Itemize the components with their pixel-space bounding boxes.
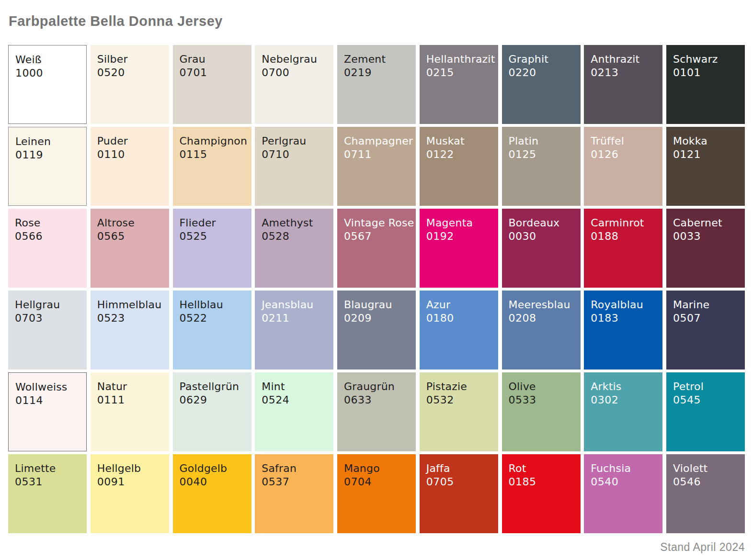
- swatch-name: Leinen: [15, 135, 82, 148]
- color-swatch-0040: Goldgelb0040: [173, 454, 251, 533]
- swatch-name: Hellanthrazit: [426, 53, 494, 66]
- swatch-code: 0704: [344, 475, 412, 489]
- swatch-name: Nebelgrau: [262, 53, 330, 66]
- color-swatch-0125: Platin0125: [502, 127, 581, 206]
- swatch-name: Graugrün: [344, 380, 412, 393]
- swatch-name: Champignon: [180, 134, 248, 148]
- swatch-code: 0522: [180, 312, 248, 325]
- swatch-code: 0629: [180, 393, 248, 407]
- swatch-name: Bordeaux: [509, 216, 577, 230]
- color-swatch-0211: Jeansblau0211: [255, 291, 333, 370]
- swatch-code: 0111: [97, 393, 165, 407]
- swatch-code: 0119: [15, 148, 82, 162]
- color-swatch-0545: Petrol0545: [666, 372, 745, 451]
- swatch-name: Arktis: [591, 380, 659, 393]
- color-swatch-0701: Grau0701: [173, 45, 251, 124]
- swatch-code: 0546: [673, 475, 741, 489]
- swatch-code: 0126: [591, 148, 659, 161]
- color-swatch-0183: Royalblau0183: [584, 291, 662, 370]
- swatch-name: Cabernet: [673, 216, 741, 230]
- color-swatch-0703: Hellgrau0703: [8, 291, 87, 370]
- swatch-name: Schwarz: [673, 53, 741, 66]
- color-swatch-0533: Olive0533: [502, 372, 581, 451]
- swatch-code: 0711: [344, 148, 412, 161]
- swatch-name: Rot: [509, 462, 577, 475]
- swatch-code: 0537: [262, 475, 330, 489]
- color-swatch-0507: Marine0507: [666, 291, 745, 370]
- swatch-code: 0101: [673, 66, 741, 79]
- swatch-code: 0033: [673, 230, 741, 243]
- color-swatch-0546: Violett0546: [666, 454, 745, 533]
- swatch-name: Zement: [344, 53, 412, 66]
- swatch-name: Altrose: [97, 216, 165, 230]
- swatch-code: 0115: [180, 148, 248, 161]
- swatch-name: Puder: [97, 134, 165, 148]
- color-swatch-0114: Wollweiss0114: [8, 372, 87, 451]
- swatch-code: 0302: [591, 393, 659, 407]
- swatch-code: 0110: [97, 148, 165, 161]
- swatch-code: 0533: [509, 393, 577, 407]
- swatch-name: Olive: [509, 380, 577, 393]
- swatch-name: Natur: [97, 380, 165, 393]
- color-swatch-0565: Altrose0565: [91, 209, 169, 288]
- swatch-code: 0528: [262, 230, 330, 243]
- swatch-name: Violett: [673, 462, 741, 475]
- swatch-code: 0520: [97, 66, 165, 79]
- color-swatch-0220: Graphit0220: [502, 45, 581, 124]
- color-swatch-0119: Leinen0119: [8, 127, 87, 206]
- swatch-code: 0125: [509, 148, 577, 161]
- swatch-name: Hellblau: [180, 298, 248, 312]
- color-swatch-0710: Perlgrau0710: [255, 127, 333, 206]
- color-swatch-1000: Weiß1000: [8, 45, 87, 124]
- swatch-name: Vintage Rose: [344, 216, 412, 230]
- color-swatch-0520: Silber0520: [91, 45, 169, 124]
- swatch-name: Royalblau: [591, 298, 659, 312]
- color-swatch-0110: Puder0110: [91, 127, 169, 206]
- color-swatch-0567: Vintage Rose0567: [337, 209, 416, 288]
- swatch-code: 0523: [97, 312, 165, 325]
- swatch-code: 0700: [262, 66, 330, 79]
- color-swatch-0126: Trüffel0126: [584, 127, 662, 206]
- color-swatch-0633: Graugrün0633: [337, 372, 416, 451]
- color-swatch-0532: Pistazie0532: [420, 372, 498, 451]
- color-swatch-0528: Amethyst0528: [255, 209, 333, 288]
- color-swatch-0091: Hellgelb0091: [91, 454, 169, 533]
- color-swatch-0180: Azur0180: [420, 291, 498, 370]
- swatch-code: 0030: [509, 230, 577, 243]
- palette-page: Farbpalette Bella Donna Jersey Weiß1000S…: [0, 0, 753, 560]
- swatch-name: Grau: [180, 53, 248, 66]
- color-swatch-0629: Pastellgrün0629: [173, 372, 251, 451]
- swatch-code: 0192: [426, 230, 494, 243]
- swatch-name: Pistazie: [426, 380, 494, 393]
- swatch-code: 0524: [262, 393, 330, 407]
- swatch-code: 0220: [509, 66, 577, 79]
- swatch-code: 0567: [344, 230, 412, 243]
- swatch-code: 0180: [426, 312, 494, 325]
- swatch-name: Perlgrau: [262, 134, 330, 148]
- swatch-name: Trüffel: [591, 134, 659, 148]
- swatch-name: Hellgrau: [15, 298, 83, 312]
- color-swatch-0704: Mango0704: [337, 454, 416, 533]
- color-swatch-0523: Himmelblau0523: [91, 291, 169, 370]
- color-swatch-0030: Bordeaux0030: [502, 209, 581, 288]
- color-swatch-0188: Carminrot0188: [584, 209, 662, 288]
- swatch-code: 0633: [344, 393, 412, 407]
- swatch-name: Mango: [344, 462, 412, 475]
- color-swatch-0101: Schwarz0101: [666, 45, 745, 124]
- color-swatch-0208: Meeresblau0208: [502, 291, 581, 370]
- color-swatch-0185: Rot0185: [502, 454, 581, 533]
- swatch-name: Safran: [262, 462, 330, 475]
- color-swatch-0524: Mint0524: [255, 372, 333, 451]
- color-swatch-0033: Cabernet0033: [666, 209, 745, 288]
- color-swatch-0705: Jaffa0705: [420, 454, 498, 533]
- swatch-name: Jeansblau: [262, 298, 330, 312]
- swatch-name: Flieder: [180, 216, 248, 230]
- swatch-name: Graphit: [509, 53, 577, 66]
- swatch-code: 0040: [180, 475, 248, 489]
- swatch-code: 0209: [344, 312, 412, 325]
- swatch-name: Anthrazit: [591, 53, 659, 66]
- swatch-code: 0531: [15, 475, 83, 489]
- swatch-code: 0701: [180, 66, 248, 79]
- color-swatch-0122: Muskat0122: [420, 127, 498, 206]
- swatch-name: Silber: [97, 53, 165, 66]
